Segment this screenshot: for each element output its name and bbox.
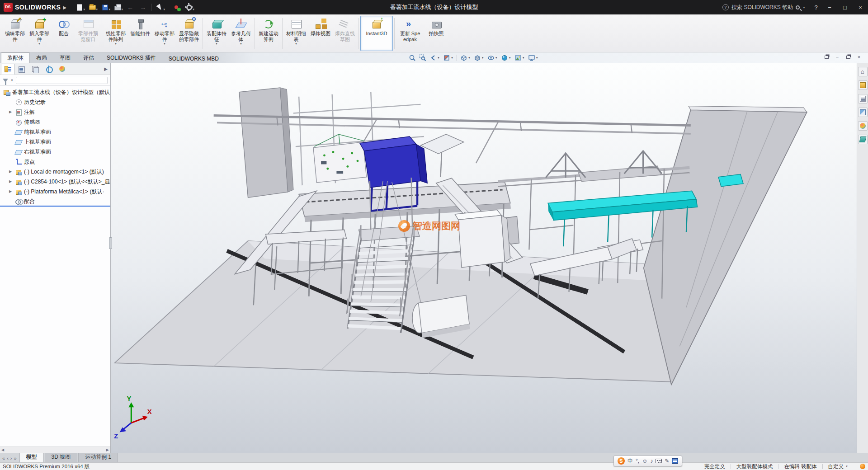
ribbon-new-motion-study-button[interactable]: 新建运动算例 — [256, 16, 281, 51]
sogou-logo-icon[interactable] — [618, 457, 625, 465]
tree-filter-input[interactable] — [16, 77, 108, 84]
tree-item-component-plataforma[interactable]: ▶ (-) Plataforma Metálica<1> (默认· — [0, 187, 110, 197]
ribbon-move-component-button[interactable]: 移动零部件▼ — [152, 16, 177, 51]
doc-close-button[interactable]: × — [855, 54, 863, 60]
section-view-button[interactable]: ▼ — [442, 54, 454, 62]
zoom-fit-button[interactable] — [408, 54, 417, 62]
close-button[interactable]: × — [853, 0, 868, 14]
view-orientation-button[interactable]: ▼ — [459, 54, 472, 62]
edit-appearance-button[interactable]: ▼ — [500, 54, 512, 62]
expander-icon[interactable]: ▶ — [9, 170, 14, 174]
solidworks-logo[interactable]: SOLIDWORKS ▶ — [0, 3, 71, 12]
select-tool-button[interactable]: ▼ — [154, 2, 165, 13]
ime-emoji-icon[interactable]: ☺ — [642, 458, 647, 464]
ime-skin-icon[interactable]: ✎ — [665, 458, 669, 464]
open-button[interactable]: ▼ — [86, 2, 98, 13]
tree-item-front-plane[interactable]: 前视基准面 — [0, 127, 110, 137]
expander-icon[interactable]: ▶ — [9, 110, 14, 114]
ribbon-component-preview-window-button[interactable]: 零部件预览窗口 — [76, 16, 100, 51]
tree-item-origin[interactable]: 原点 — [0, 157, 110, 167]
back-wall-panel[interactable] — [644, 106, 807, 385]
scroll-left-icon[interactable]: ◀ — [1, 448, 4, 452]
propertymanager-tab[interactable] — [14, 64, 28, 75]
help-search-box[interactable]: ? 搜索 SOLIDWORKS 帮助 ▼ — [718, 2, 810, 12]
options-button[interactable]: ▼ — [183, 2, 195, 13]
left-wall-panel[interactable] — [239, 88, 293, 197]
tab-layout[interactable]: 布局 — [30, 52, 53, 63]
ribbon-assembly-features-button[interactable]: 装配体特征▼ — [204, 16, 229, 51]
zoom-area-button[interactable] — [418, 54, 427, 62]
tree-horizontal-scrollbar[interactable]: ◀ ▶ — [0, 446, 110, 453]
ribbon-smart-fasteners-button[interactable]: 智能扣件 — [128, 16, 152, 51]
tree-item-history[interactable]: 历史记录 — [0, 97, 110, 107]
configurationmanager-tab[interactable] — [28, 64, 42, 75]
doc-minimize-button[interactable]: − — [834, 54, 841, 60]
tree-item-component-c2854[interactable]: ▶ (-) C2854-100<1> (默认<<默认>_显 — [0, 177, 110, 187]
tab-motion-study-1[interactable]: 运动算例 1 — [78, 452, 118, 462]
tab-evaluate[interactable]: 评估 — [77, 52, 100, 63]
help-button[interactable]: ? — [810, 0, 822, 14]
redo-button[interactable]: → — [137, 2, 149, 13]
panel-splitter-handle[interactable] — [109, 237, 112, 249]
undo-button[interactable]: ← — [124, 2, 136, 13]
ribbon-mate-button[interactable]: 配合 — [52, 16, 76, 51]
ribbon-reference-geometry-button[interactable]: 参考几何体▼ — [229, 16, 253, 51]
tree-item-annotations[interactable]: ▶ 注解 — [0, 107, 110, 117]
view-settings-button[interactable]: ▼ — [527, 54, 539, 62]
hide-show-items-button[interactable]: ▼ — [486, 54, 499, 62]
ribbon-update-speedpak-button[interactable]: 更新 Speedpak — [396, 16, 424, 51]
doc-pin-button[interactable] — [823, 54, 830, 60]
maximize-button[interactable]: □ — [837, 0, 853, 14]
brand-expand-icon[interactable]: ▶ — [63, 5, 66, 10]
minimize-button[interactable]: − — [822, 0, 837, 14]
doc-restore-button[interactable] — [844, 54, 852, 60]
assembly-3d-model[interactable]: Y X Z — [111, 63, 857, 453]
tree-item-top-plane[interactable]: 上视基准面 — [0, 137, 110, 147]
view-palette-tab[interactable] — [858, 108, 868, 117]
ime-mic-icon[interactable]: ♪ — [650, 458, 653, 464]
ribbon-instant3d-button[interactable]: ↑Instant3D — [360, 16, 393, 51]
tab-scroll-controls[interactable]: « ‹ › » — [1, 456, 19, 462]
solidworks-resources-tab[interactable]: ⌂ — [858, 67, 868, 76]
tab-model[interactable]: 模型 — [19, 452, 44, 462]
ribbon-take-snapshot-button[interactable]: 拍快照 — [424, 16, 448, 51]
filter-caret-icon[interactable]: ▼ — [10, 79, 14, 82]
ribbon-edit-component-button[interactable]: 编辑零部件 — [3, 16, 27, 51]
tree-root-item[interactable]: 番薯加工流水线（设备）设计模型（默认· — [0, 87, 110, 97]
status-orange-indicator-icon[interactable] — [860, 464, 865, 469]
apply-scene-button[interactable]: ▼ — [514, 54, 526, 62]
featuremanager-tree-tab[interactable] — [1, 64, 14, 75]
ribbon-bill-of-materials-button[interactable]: 材料明细表▼ — [284, 16, 308, 51]
ribbon-show-hidden-components-button[interactable]: 显示隐藏的零部件 — [177, 16, 201, 51]
scroll-last-icon[interactable]: » — [14, 456, 16, 461]
rebuild-button[interactable] — [170, 2, 182, 13]
ime-toolbox-icon[interactable] — [672, 458, 678, 464]
panel-flyout-chevron-icon[interactable]: ▶ — [104, 66, 110, 71]
tree-item-right-plane[interactable]: 右视基准面 — [0, 147, 110, 157]
tab-assembly[interactable]: 装配体 — [1, 52, 30, 63]
tree-item-mates[interactable]: 配合 — [0, 197, 110, 207]
ribbon-explode-line-sketch-button[interactable]: 爆炸直线草图 — [333, 16, 357, 51]
tab-3d-views[interactable]: 3D 视图 — [45, 452, 78, 462]
file-explorer-tab[interactable] — [858, 94, 868, 103]
save-button[interactable]: ▼ — [99, 2, 111, 13]
ribbon-linear-component-pattern-button[interactable]: 线性零部件阵列▼ — [104, 16, 128, 51]
expander-icon[interactable]: ▶ — [9, 180, 14, 183]
ime-language-toggle[interactable]: 中 — [627, 458, 633, 464]
displaymanager-tab[interactable] — [55, 64, 69, 75]
ribbon-insert-component-button[interactable]: +插入零部件▼ — [27, 16, 52, 51]
ime-keyboard-icon[interactable] — [656, 459, 662, 463]
scroll-next-icon[interactable]: › — [10, 456, 12, 461]
scroll-prev-icon[interactable]: ‹ — [7, 456, 9, 461]
design-library-tab[interactable] — [858, 80, 868, 90]
upper-feed-conveyor[interactable] — [420, 134, 463, 177]
expander-icon[interactable]: ▶ — [9, 190, 14, 193]
filter-funnel-icon[interactable] — [3, 79, 8, 82]
dimxpertmanager-tab[interactable] — [42, 64, 55, 75]
search-caret-icon[interactable]: ▼ — [802, 6, 806, 9]
new-document-button[interactable]: ▼ — [74, 2, 85, 13]
display-style-button[interactable]: ▼ — [473, 54, 485, 62]
ime-punctuation-icon[interactable]: °, — [636, 458, 639, 464]
scroll-right-icon[interactable]: ▶ — [106, 448, 109, 452]
tree-item-sensors[interactable]: 传感器 — [0, 117, 110, 127]
